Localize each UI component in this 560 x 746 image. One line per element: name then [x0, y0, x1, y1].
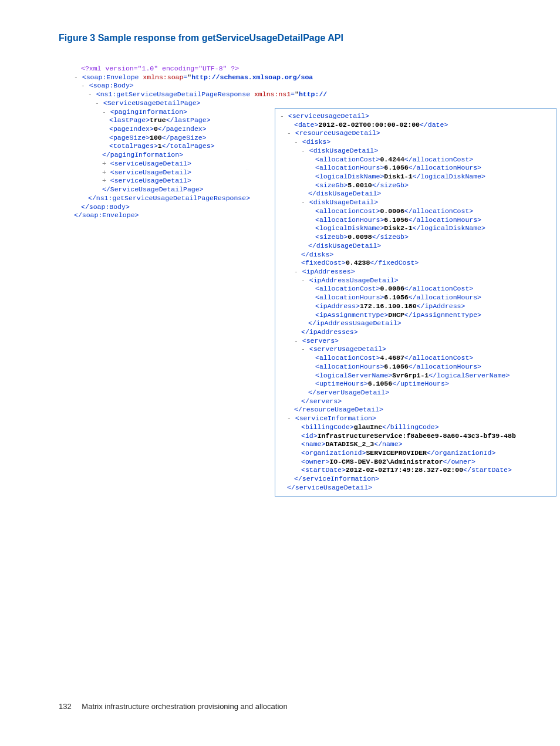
minus-icon: -: [81, 82, 85, 89]
minus-icon: -: [88, 90, 92, 98]
minus-icon: -: [301, 276, 305, 284]
page-footer: 132 Matrix infrastructure orchestration …: [59, 702, 288, 711]
minus-icon: -: [294, 337, 298, 345]
footer-label: Matrix infrastructure orchestration prov…: [82, 702, 287, 711]
plus-icon: +: [102, 177, 106, 184]
minus-icon: -: [287, 129, 291, 137]
minus-icon: -: [74, 73, 78, 81]
plus-icon: +: [102, 160, 106, 167]
minus-icon: -: [294, 268, 298, 275]
plus-icon: +: [102, 168, 106, 176]
minus-icon: -: [280, 112, 284, 120]
minus-icon: -: [301, 345, 305, 353]
minus-icon: -: [301, 198, 305, 206]
minus-icon: -: [301, 147, 305, 154]
xml-right-panel: - <serviceUsageDetail> <date>2012-02-02T…: [275, 108, 556, 497]
document-page: Figure 3 Sample response from getService…: [0, 0, 560, 746]
callout-arrow-icon: [219, 170, 276, 170]
minus-icon: -: [102, 108, 106, 116]
page-number: 132: [59, 702, 72, 711]
minus-icon: -: [287, 414, 291, 422]
figure-title: Figure 3 Sample response from getService…: [59, 33, 519, 43]
minus-icon: -: [95, 99, 99, 107]
xml-declaration: <?xml version="1.0" encoding="UTF-8" ?>: [81, 65, 239, 72]
xml-left-panel: <?xml version="1.0" encoding="UTF-8" ?> …: [74, 65, 274, 220]
minus-icon: -: [294, 138, 298, 146]
